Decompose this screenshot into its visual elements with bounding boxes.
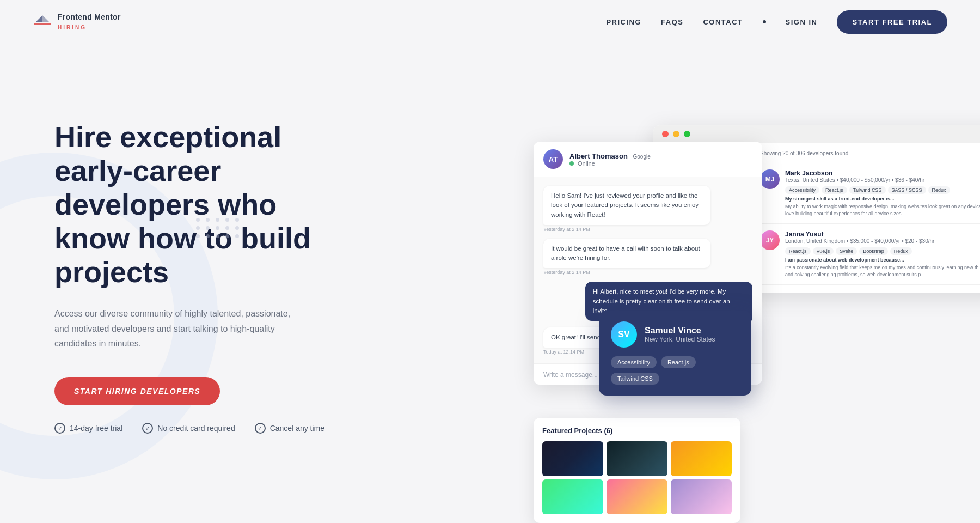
dev-info-0: Mark Jacobson Texas, United States • $40…	[785, 169, 980, 217]
chat-msg-1: Hello Sam! I've just reviewed your profi…	[543, 186, 710, 225]
profile-card: SV Samuel Vince New York, United States …	[599, 311, 751, 396]
profile-card-tags: Accessibility React.js Tailwind CSS	[611, 356, 739, 385]
chat-input-placeholder: Write a message...	[543, 371, 598, 379]
nav-contact[interactable]: CONTACT	[703, 18, 743, 26]
projects-grid	[542, 441, 732, 514]
dev-card-1: JY Janna Yusuf London, United Kingdom • …	[760, 224, 980, 285]
profile-tag-1: React.js	[661, 356, 696, 368]
nav-links: PRICING FAQS CONTACT SIGN IN START FREE …	[606, 10, 947, 34]
profile-tag-0: Accessibility	[611, 356, 657, 368]
titlebar-maximize	[684, 131, 690, 137]
dev-name-1: Janna Yusuf	[785, 230, 980, 238]
dev-bio-text-0: My ability to work magic with responsive…	[785, 203, 980, 217]
talent-titlebar	[653, 125, 980, 143]
dev-card-0: MJ Mark Jacobson Texas, United States • …	[760, 163, 980, 224]
chat-header: AT Albert Thomason Google Online	[534, 142, 762, 177]
project-thumb-6	[671, 479, 732, 514]
trust-item-cancel: ✓ Cancel any time	[255, 423, 324, 434]
project-thumb-5	[607, 479, 667, 514]
nav-faqs[interactable]: FAQS	[661, 18, 683, 26]
talent-main: Showing 20 of 306 developers found MJ Ma…	[751, 143, 980, 293]
dev-bio-label-0: My strongest skill as a front-end develo…	[785, 196, 980, 202]
profile-card-name: Samuel Vince	[645, 326, 715, 336]
chat-user-info: Albert Thomason Google Online	[569, 152, 651, 167]
dev-tags-1: React.js Vue.js Svelte Bootstrap Redux	[785, 247, 980, 255]
projects-title: Featured Projects (6)	[542, 427, 732, 435]
check-icon-cancel: ✓	[255, 423, 266, 434]
nav-pricing[interactable]: PRICING	[606, 18, 641, 26]
project-thumb-3	[671, 441, 732, 476]
chat-avatar: AT	[543, 149, 563, 169]
profile-tag-2: Tailwind CSS	[611, 373, 659, 385]
project-thumb-2	[607, 441, 667, 476]
titlebar-minimize	[673, 131, 679, 137]
hire-developers-button[interactable]: START HIRING DEVELOPERS	[54, 377, 220, 405]
projects-panel: Featured Projects (6)	[534, 418, 740, 523]
chat-msg-2: It would be great to have a call with so…	[543, 239, 710, 269]
dev-avatar-1: JY	[760, 230, 780, 250]
profile-card-avatar: SV	[611, 321, 637, 348]
nav-separator	[763, 20, 766, 23]
hero-mockups: AT Albert Thomason Google Online Hello S…	[512, 60, 980, 523]
logo-icon	[33, 12, 52, 32]
navbar: Frontend Mentor HIRING PRICING FAQS CONT…	[0, 0, 980, 44]
logo-text: Frontend Mentor HIRING	[58, 13, 121, 31]
hero-title: Hire exceptional early-career developers…	[54, 120, 338, 289]
chat-time-1: Yesterday at 2:14 PM	[543, 227, 752, 232]
dev-name-0: Mark Jacobson	[785, 169, 980, 177]
check-icon-card: ✓	[142, 423, 153, 434]
dev-location-1: London, United Kingdom • $35,000 - $40,0…	[785, 238, 980, 244]
trust-item-card: ✓ No credit card required	[142, 423, 235, 434]
hero-description: Access our diverse community of highly t…	[54, 306, 305, 351]
dev-bio-text-1: It's a constantly evolving field that ke…	[785, 264, 980, 278]
dev-bio-label-1: I am passionate about web development be…	[785, 257, 980, 263]
project-thumb-1	[542, 441, 603, 476]
titlebar-close	[662, 131, 669, 137]
dev-tags-0: Accessibility React.js Tailwind CSS SASS…	[785, 186, 980, 194]
dots-decoration	[196, 218, 241, 238]
logo[interactable]: Frontend Mentor HIRING	[33, 12, 121, 32]
hero-left: Hire exceptional early-career developers…	[54, 76, 338, 434]
dev-location-0: Texas, United States • $40,000 - $50,000…	[785, 177, 980, 183]
project-thumb-4	[542, 479, 603, 514]
trust-item-trial: ✓ 14-day free trial	[54, 423, 122, 434]
talent-count: Showing 20 of 306 developers found	[760, 150, 980, 156]
profile-card-header: SV Samuel Vince New York, United States	[611, 321, 739, 348]
nav-signin[interactable]: SIGN IN	[786, 18, 818, 26]
hero-section: Hire exceptional early-career developers…	[0, 44, 980, 523]
dev-avatar-0: MJ	[760, 169, 780, 189]
online-indicator	[569, 161, 574, 166]
profile-card-location: New York, United States	[645, 336, 715, 343]
trust-badges: ✓ 14-day free trial ✓ No credit card req…	[54, 423, 338, 434]
dev-info-1: Janna Yusuf London, United Kingdom • $35…	[785, 230, 980, 278]
chat-time-2: Yesterday at 2:14 PM	[543, 270, 752, 275]
check-icon-trial: ✓	[54, 423, 65, 434]
start-trial-button[interactable]: START FREE TRIAL	[837, 10, 947, 34]
